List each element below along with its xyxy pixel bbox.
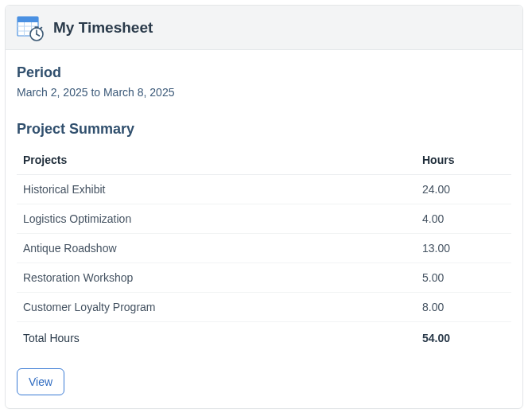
svg-line-10 [41,27,42,29]
column-header-projects: Projects [17,146,416,175]
period-range: March 2, 2025 to March 8, 2025 [17,86,511,99]
project-name-cell: Historical Exhibit [17,175,416,204]
total-label: Total Hours [17,322,416,353]
table-row: Antique Roadshow13.00 [17,234,511,263]
project-hours-cell: 13.00 [416,234,511,263]
view-button[interactable]: View [17,368,64,395]
card-body: Period March 2, 2025 to March 8, 2025 Pr… [6,50,522,408]
summary-section-title: Project Summary [17,121,511,138]
project-summary-table: Projects Hours Historical Exhibit24.00Lo… [17,146,511,352]
project-name-cell: Logistics Optimization [17,204,416,234]
svg-rect-1 [17,17,38,22]
summary-rows: Historical Exhibit24.00Logistics Optimiz… [17,175,511,322]
project-hours-cell: 8.00 [416,293,511,322]
timesheet-icon [17,14,44,41]
project-name-cell: Restoration Workshop [17,263,416,293]
page-title: My Timesheet [53,19,153,37]
timesheet-card: My Timesheet Period March 2, 2025 to Mar… [5,5,523,409]
project-hours-cell: 24.00 [416,175,511,204]
table-row: Logistics Optimization4.00 [17,204,511,234]
svg-rect-9 [35,26,39,28]
project-name-cell: Antique Roadshow [17,234,416,263]
total-value: 54.00 [416,322,511,353]
column-header-hours: Hours [416,146,511,175]
project-name-cell: Customer Loyalty Program [17,293,416,322]
table-row: Historical Exhibit24.00 [17,175,511,204]
project-hours-cell: 4.00 [416,204,511,234]
card-header: My Timesheet [6,6,522,50]
table-row: Restoration Workshop5.00 [17,263,511,293]
actions-bar: View [17,368,511,395]
period-section-title: Period [17,64,511,81]
table-row: Customer Loyalty Program8.00 [17,293,511,322]
project-hours-cell: 5.00 [416,263,511,293]
